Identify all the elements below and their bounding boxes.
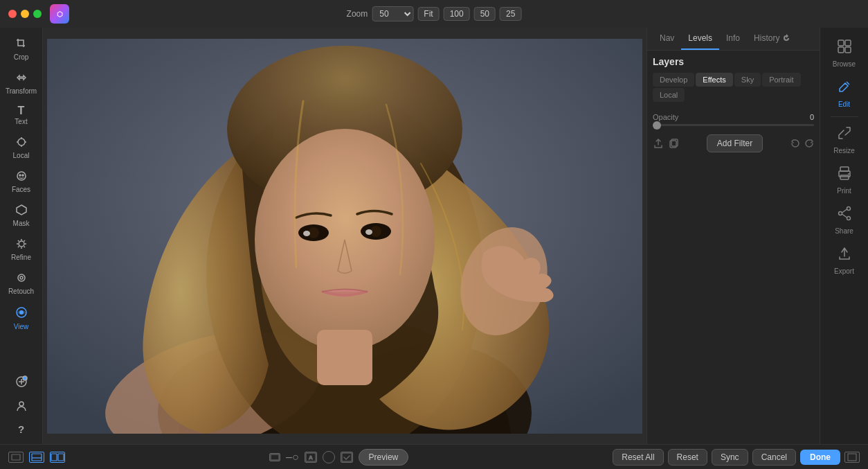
dot-indicator: –○ [286,451,299,463]
filter-undo-icons [790,139,814,148]
crop-label: Crop [14,53,29,62]
tab-nav[interactable]: Nav [653,28,681,50]
layer-tab-portrait[interactable]: Portrait [762,73,800,87]
svg-point-17 [23,376,27,380]
tab-levels[interactable]: Levels [681,28,719,50]
bottom-frame-icon[interactable] [8,452,24,463]
sidebar-export[interactable]: Export [824,240,865,281]
add-filter-button[interactable]: Add Filter [707,134,763,152]
share-icon [653,138,664,149]
print-icon [837,166,852,184]
layer-tab-sky[interactable]: Sky [734,73,761,87]
svg-point-32 [303,231,310,236]
tool-transform[interactable]: Transform [3,67,39,100]
sidebar-print[interactable]: Print [824,160,865,200]
layer-tab-local[interactable]: Local [653,88,685,102]
svg-rect-54 [58,454,64,461]
person-icon [15,400,28,414]
bottom-circle-icon[interactable] [323,451,335,463]
tool-text[interactable]: T Text [3,101,39,130]
done-button[interactable]: Done [800,450,840,465]
close-button[interactable] [8,10,17,18]
minimize-button[interactable] [21,10,29,18]
zoom-select[interactable]: 50 25 75 100 [372,6,413,21]
maximize-button[interactable] [33,10,42,18]
tab-info[interactable]: Info [719,28,747,50]
bottom-expand-icon[interactable] [844,452,860,463]
crop-icon [15,37,28,52]
zoom-25-button[interactable]: 25 [500,7,521,21]
tool-retouch[interactable]: Retouch [3,267,39,300]
filter-row: Add Filter [647,132,820,155]
bottom-split-icon[interactable] [50,452,65,463]
sidebar-share[interactable]: Share [824,200,865,240]
history-icon [782,34,790,42]
copy-icon [668,138,679,149]
transform-icon [15,71,28,86]
zoom-label: Zoom [347,9,368,19]
preview-button[interactable]: Preview [359,449,409,466]
bottom-check-icon[interactable] [341,452,353,463]
print-label: Print [837,187,851,195]
transform-label: Transform [6,87,37,96]
tool-person[interactable] [3,396,39,418]
svg-rect-58 [342,453,352,461]
filter-icons [653,138,679,149]
layer-tab-develop[interactable]: Develop [653,73,694,87]
zoom-50-button[interactable]: 50 [474,7,496,21]
bottom-text-icon[interactable]: A [305,452,317,463]
app-logo: ⬡ [50,4,69,24]
sidebar-divider-1 [831,116,858,117]
svg-point-18 [19,402,24,406]
tool-crop[interactable]: Crop [3,33,39,66]
browse-label: Browse [833,60,856,68]
svg-point-6 [19,175,21,176]
reset-button[interactable]: Reset [668,449,707,466]
svg-point-0 [18,139,25,145]
tool-help[interactable]: ? [3,420,39,439]
svg-rect-41 [840,167,849,171]
svg-marker-8 [17,205,26,215]
layers-title: Layers [653,56,814,67]
bottom-center: –○ A Preview [269,449,408,466]
zoom-fit-button[interactable]: Fit [417,7,439,21]
svg-rect-55 [271,454,279,460]
bottom-panel-icon[interactable] [29,452,44,463]
svg-rect-39 [838,47,844,53]
zoom-100-button[interactable]: 100 [444,7,470,21]
undo-icon[interactable] [790,139,800,148]
redo-icon[interactable] [804,139,814,148]
reset-all-button[interactable]: Reset All [613,449,663,466]
edit-icon [837,79,852,98]
tab-history[interactable]: History [747,28,797,50]
opacity-slider[interactable] [653,124,814,126]
tool-local[interactable]: Local [3,132,39,164]
svg-rect-38 [845,40,851,46]
sync-button[interactable]: Sync [712,449,748,466]
layer-tabs: Develop Effects Sky Portrait Local [653,73,814,102]
tool-circle-plus[interactable] [3,371,39,394]
sidebar-resize[interactable]: Resize [824,120,865,160]
refine-label: Refine [11,254,31,262]
refine-icon [15,238,28,252]
svg-point-47 [847,217,850,220]
tool-faces[interactable]: Faces [3,166,39,198]
tool-view[interactable]: View [3,301,39,335]
cancel-button[interactable]: Cancel [752,449,796,466]
opacity-thumb[interactable] [653,121,661,130]
layer-tab-effects[interactable]: Effects [696,73,732,87]
svg-point-13 [19,310,24,315]
retouch-icon [15,272,28,286]
bottom-right: Reset All Reset Sync Cancel Done [613,449,860,466]
opacity-row: Opacity 0 [647,107,820,124]
tool-mask[interactable]: Mask [3,200,39,232]
sidebar-browse[interactable]: Browse [824,33,865,73]
resize-icon [837,125,852,144]
bottom-crop-icon[interactable] [269,453,280,461]
text-icon: T [18,105,25,116]
sidebar-edit[interactable]: Edit [824,73,865,114]
left-toolbar: Crop Transform T Text Local [0,28,43,444]
svg-point-33 [365,229,372,235]
svg-rect-53 [51,454,57,461]
tool-refine[interactable]: Refine [3,233,39,266]
